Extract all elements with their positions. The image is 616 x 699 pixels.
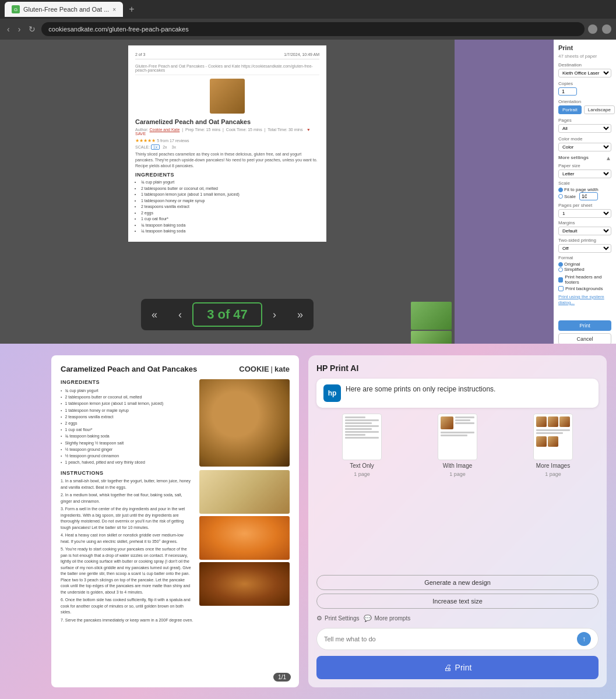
scale-input[interactable] [579,192,598,200]
list-item: 4. Heat a heavy cast iron skillet or non… [61,532,193,545]
list-item: 2 eggs [61,420,193,426]
with-image-preview-content [441,416,474,429]
pages-select[interactable]: All [558,124,611,133]
nav-back-button[interactable]: ‹ [5,23,12,35]
color-select[interactable]: Color [558,143,611,151]
destination-section: Destination Kieth Office Laser Jet 4502c… [558,62,611,77]
collapse-icon: ▲ [606,155,611,161]
print-button[interactable]: Print [558,320,611,331]
two-sided-select[interactable]: Off [558,244,611,253]
simplified-format-radio[interactable]: Simplified [558,267,585,272]
account-icon[interactable] [588,24,597,34]
page-preview: 2 of 3 1/7/2024, 10:49 AM Gluten-Free Pe… [0,40,455,308]
preview-image [548,416,558,427]
print-settings-button[interactable]: ⚙ Print Settings [316,615,359,622]
preview-line [345,425,379,427]
scale-radio-group: Fit to page width [558,187,611,192]
with-image-option[interactable]: With Image 1 page [438,414,477,477]
color-label: Color mode [558,136,611,142]
instructions-heading: INSTRUCTIONS [61,470,193,476]
browser-tab[interactable]: G Gluten-Free Peach and Oat ... × [5,2,123,17]
recipe-small-images [199,470,290,606]
more-prompts-button[interactable]: 💬 More prompts [364,615,410,622]
list-item: 3. Form a well in the center of the dry … [61,506,193,531]
destination-select[interactable]: Kieth Office Laser Jet 4502c... [558,69,611,77]
more-settings-header[interactable]: More settings ▲ [558,155,611,161]
pages-section: Pages All [558,118,611,133]
nav-forward-button[interactable]: › [16,23,23,35]
more-images-option[interactable]: More Images 1 page [533,414,573,477]
prev-page-button[interactable]: ‹ [168,304,192,326]
option-label: Text Only [350,463,374,469]
list-item: 1 peach, halved, pitted and very thinly … [61,459,193,465]
recipe-text-col: INGREDIENTS ¾ cup plain yogurt 2 tablesp… [61,379,193,625]
orientation-section: Orientation Portrait Landscape [558,99,611,114]
preview-page-content: 2 of 3 1/7/2024, 10:49 AM Gluten-Free Pe… [128,45,326,242]
page-indicator: 1/1 [273,673,291,682]
nav-refresh-button[interactable]: ↻ [26,23,38,35]
original-format-radio[interactable]: Original [558,262,580,267]
cookie-kate-logo: COOKIE|kate [239,365,290,373]
cancel-button[interactable]: Cancel [558,333,611,345]
panel-title: Print [558,44,611,51]
favicon-icon: G [12,5,20,13]
first-page-button[interactable]: « [141,304,168,326]
landscape-button[interactable]: Landscape [584,105,615,114]
increase-text-button[interactable]: Increase text size [316,594,599,609]
copies-input[interactable] [558,87,577,96]
system-dialog-link[interactable]: Print using the system dialog... [558,294,611,305]
list-item: 1 cup oat flour* [141,216,319,223]
fit-to-width-radio[interactable]: Fit to page width [558,187,599,192]
preview-line [345,434,365,436]
preview-line [345,419,379,421]
pages-per-sheet-select[interactable]: 1 [558,209,611,218]
thumbnail-1[interactable] [411,302,452,330]
checkbox-backgrounds-icon [558,286,564,291]
two-sided-label: Two-sided printing [558,238,611,243]
generate-design-button[interactable]: Generate a new design [316,575,599,590]
paper-size-select[interactable]: Letter [558,170,611,178]
text-only-option[interactable]: Text Only 1 page [342,414,382,477]
portrait-button[interactable]: Portrait [558,105,582,114]
printer-icon: 🖨 [443,663,452,672]
preview-food-image [210,79,245,114]
new-tab-button[interactable]: + [129,4,134,15]
nav-icons [588,24,611,34]
main-print-button[interactable]: 🖨 Print [316,656,599,679]
chat-send-button[interactable]: ↑ [577,632,591,646]
ingredients-list: ¾ cup plain yogurt 2 tablespoons butter … [135,179,319,235]
chat-input[interactable] [324,636,572,642]
more-images-preview [533,414,573,460]
address-bar[interactable] [41,22,585,36]
option-label: With Image [443,463,473,469]
preview-image-row [536,436,570,447]
preview-image [536,416,547,427]
preview-image [559,416,570,427]
tab-title: Gluten-Free Peach and Oat ... [23,6,109,13]
list-item: ½ teaspoon ground cinnamon [61,453,193,459]
list-item: ¾ teaspoon baking soda [141,223,319,229]
ingredients-heading: INGREDIENTS [61,379,193,385]
scale-label: Scale [558,181,611,186]
next-page-button[interactable]: › [262,304,287,326]
checkbox-headers-icon [558,277,563,283]
headers-checkbox[interactable]: Print headers and footers [558,274,611,285]
scale-radio[interactable]: Scale [558,194,576,199]
list-item: 2 eggs [141,210,319,217]
last-page-button[interactable]: » [287,304,314,326]
more-lines [441,432,474,436]
ingredients-heading: INGREDIENTS [135,172,319,178]
list-item: 1 tablespoon lemon juice (about 1 small … [141,192,319,198]
more-settings-section: More settings ▲ Paper size Letter Scale … [558,155,611,305]
radio-filled-icon [558,188,563,192]
backgrounds-checkbox[interactable]: Print backgrounds [558,286,611,291]
margins-select[interactable]: Default [558,227,611,235]
preview-line [345,428,372,430]
print-timestamp: 1/7/2024, 10:49 AM [284,52,319,57]
orientation-label: Orientation [558,99,611,104]
list-item: 2 teaspoons vanilla extract [141,204,319,210]
settings-icon[interactable] [602,24,611,34]
tab-close-button[interactable]: × [112,6,116,13]
list-item: 1 cup oat flour* [61,426,193,433]
pages-label: Pages [558,118,611,123]
